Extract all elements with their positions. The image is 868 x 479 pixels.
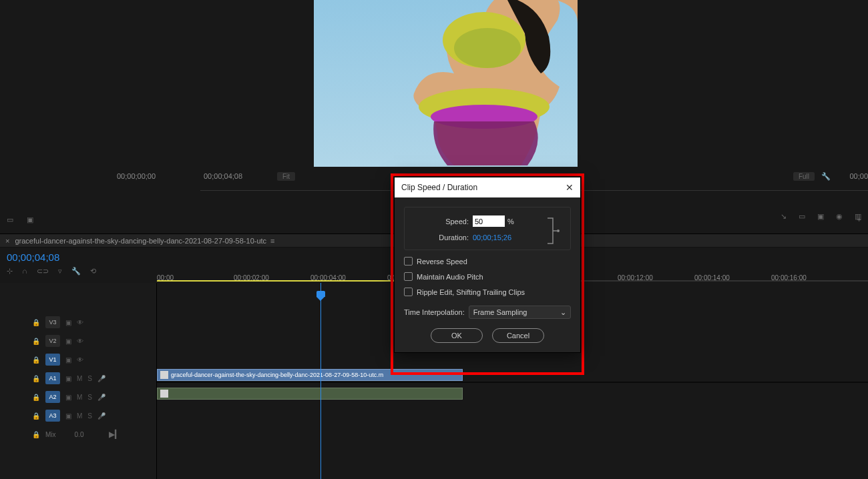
program-toolbar: ↘ ▭ ▣ ◉ ▥ bbox=[781, 212, 861, 221]
checkbox[interactable] bbox=[404, 272, 413, 281]
reverse-label: Reverse Speed bbox=[417, 258, 467, 266]
av-divider bbox=[157, 382, 868, 383]
close-tab-icon[interactable]: × bbox=[5, 237, 9, 245]
interpolation-row: Time Interpolation: Frame Sampling ⌄ bbox=[404, 306, 571, 319]
dialog-body: Speed: % Duration: 00;00;15;26 Reverse S… bbox=[395, 197, 580, 352]
mic-icon[interactable]: 🎤 bbox=[97, 412, 105, 420]
dialog-titlebar[interactable]: Clip Speed / Duration ✕ bbox=[395, 177, 580, 197]
lock-icon[interactable]: 🔒 bbox=[32, 338, 40, 345]
mic-icon[interactable]: 🎤 bbox=[97, 375, 105, 382]
skip-icon[interactable]: ▶▎ bbox=[109, 430, 121, 439]
link-icon[interactable] bbox=[546, 217, 561, 245]
lock-icon[interactable]: 🔒 bbox=[32, 394, 40, 401]
eye-icon[interactable]: ▣ bbox=[65, 356, 71, 364]
ripple-edit-row[interactable]: Ripple Edit, Shifting Trailing Clips bbox=[404, 288, 571, 296]
interpolation-dropdown[interactable]: Frame Sampling ⌄ bbox=[469, 306, 571, 319]
zoom-fit[interactable]: Fit bbox=[277, 172, 295, 181]
mute-button[interactable]: M bbox=[77, 394, 82, 401]
compare-icon[interactable]: ▥ bbox=[855, 212, 861, 221]
checkbox[interactable] bbox=[404, 257, 413, 266]
eye-icon[interactable]: ▣ bbox=[65, 394, 71, 401]
settings-icon[interactable]: ⟲ bbox=[90, 267, 96, 276]
insert-icon[interactable]: ↘ bbox=[781, 212, 787, 221]
mix-label: Mix bbox=[45, 431, 56, 438]
magnet-icon[interactable]: ∩ bbox=[22, 267, 27, 276]
eye-icon[interactable]: ▣ bbox=[65, 319, 71, 326]
solo-button[interactable]: S bbox=[87, 394, 92, 401]
eye-icon[interactable]: ▣ bbox=[65, 412, 71, 420]
percent-label: % bbox=[507, 217, 514, 225]
track-v1-header[interactable]: 🔒V1▣👁 bbox=[0, 350, 156, 369]
video-clip[interactable]: graceful-dancer-against-the-sky-dancing-… bbox=[157, 369, 463, 381]
new-bin-icon[interactable]: ▭ bbox=[7, 215, 13, 224]
track-label[interactable]: V2 bbox=[45, 335, 60, 347]
cancel-button[interactable]: Cancel bbox=[492, 328, 544, 343]
resolution-full[interactable]: Full bbox=[793, 172, 815, 181]
marker-icon[interactable]: ▿ bbox=[58, 267, 62, 276]
export-frame-icon[interactable]: ▣ bbox=[817, 212, 824, 221]
track-headers: 🔒V3▣👁 🔒V2▣👁 🔒V1▣👁 🔒A1▣MS🎤 🔒A2▣MS🎤 🔒A3▣MS… bbox=[0, 283, 157, 479]
link-icon[interactable]: ⊂⊃ bbox=[37, 267, 49, 276]
in-timecode: 00;00;00;00 bbox=[117, 172, 156, 180]
eye-icon[interactable]: ▣ bbox=[65, 375, 71, 382]
timeline-tools: ⊹ ∩ ⊂⊃ ▿ 🔧 ⟲ bbox=[7, 267, 96, 276]
eye-icon[interactable]: ▣ bbox=[65, 338, 71, 345]
close-icon[interactable]: ✕ bbox=[566, 182, 574, 193]
toggle-icon[interactable]: 👁 bbox=[77, 319, 83, 326]
mix-value[interactable]: 0.0 bbox=[75, 431, 84, 438]
speed-row: Speed: % bbox=[411, 215, 564, 227]
playhead[interactable] bbox=[320, 283, 321, 479]
fx-badge[interactable] bbox=[160, 390, 168, 398]
sequence-name: graceful-dancer-against-the-sky-dancing-… bbox=[15, 237, 266, 245]
out-timecode: 00;00 bbox=[849, 172, 868, 180]
snapshot-icon[interactable]: ◉ bbox=[836, 212, 843, 221]
toggle-icon[interactable]: 👁 bbox=[77, 338, 83, 345]
audio-clip[interactable] bbox=[157, 388, 463, 400]
maintain-pitch-row[interactable]: Maintain Audio Pitch bbox=[404, 272, 571, 281]
lock-icon[interactable]: 🔒 bbox=[32, 319, 40, 326]
solo-button[interactable]: S bbox=[87, 412, 92, 420]
track-v2-header[interactable]: 🔒V2▣👁 bbox=[0, 332, 156, 350]
camera-icon[interactable]: ▣ bbox=[27, 215, 33, 224]
mic-icon[interactable]: 🎤 bbox=[97, 394, 105, 401]
track-label[interactable]: V3 bbox=[45, 316, 60, 328]
track-a3-header[interactable]: 🔒A3▣MS🎤 bbox=[0, 406, 156, 425]
pitch-label: Maintain Audio Pitch bbox=[417, 273, 483, 281]
snap-icon[interactable]: ⊹ bbox=[7, 267, 13, 276]
speed-input[interactable] bbox=[473, 215, 505, 227]
speed-label: Speed: bbox=[411, 217, 469, 225]
settings-icon[interactable]: 🔧 bbox=[821, 172, 831, 181]
duration-value[interactable]: 00;00;15;26 bbox=[473, 233, 511, 242]
mute-button[interactable]: M bbox=[77, 412, 82, 420]
panel-menu-icon[interactable]: ≡ bbox=[270, 237, 274, 245]
fx-badge[interactable] bbox=[160, 371, 168, 379]
track-v3-header[interactable]: 🔒V3▣👁 bbox=[0, 313, 156, 332]
ok-button[interactable]: OK bbox=[431, 328, 483, 343]
track-label[interactable]: A3 bbox=[45, 410, 60, 422]
mix-track-header[interactable]: 🔒Mix0.0▶▎ bbox=[0, 425, 156, 444]
track-label[interactable]: V1 bbox=[45, 354, 60, 366]
toggle-icon[interactable]: 👁 bbox=[77, 356, 83, 364]
svg-point-5 bbox=[557, 229, 560, 232]
lock-icon[interactable]: 🔒 bbox=[32, 412, 40, 420]
solo-button[interactable]: S bbox=[87, 375, 92, 382]
speed-duration-group: Speed: % Duration: 00;00;15;26 bbox=[404, 207, 571, 250]
reverse-speed-row[interactable]: Reverse Speed bbox=[404, 257, 571, 266]
program-monitor[interactable] bbox=[314, 0, 578, 167]
wrench-icon[interactable]: 🔧 bbox=[71, 267, 81, 276]
track-label[interactable]: A2 bbox=[45, 391, 60, 403]
lock-icon[interactable]: 🔒 bbox=[32, 356, 40, 364]
dialog-title: Clip Speed / Duration bbox=[401, 183, 477, 192]
checkbox[interactable] bbox=[404, 288, 413, 296]
track-label[interactable]: A1 bbox=[45, 372, 60, 384]
lock-icon[interactable]: 🔒 bbox=[32, 375, 40, 382]
clip-speed-dialog: Clip Speed / Duration ✕ Speed: % Duratio… bbox=[394, 177, 581, 353]
playhead-timecode[interactable]: 00;00;04;08 bbox=[204, 172, 242, 180]
track-a1-header[interactable]: 🔒A1▣MS🎤 bbox=[0, 369, 156, 388]
clip-label: graceful-dancer-against-the-sky-dancing-… bbox=[171, 372, 383, 378]
lock-icon[interactable]: 🔒 bbox=[32, 431, 40, 438]
mute-button[interactable]: M bbox=[77, 375, 82, 382]
overwrite-icon[interactable]: ▭ bbox=[799, 212, 805, 221]
track-a2-header[interactable]: 🔒A2▣MS🎤 bbox=[0, 388, 156, 406]
duration-row: Duration: 00;00;15;26 bbox=[411, 233, 564, 242]
